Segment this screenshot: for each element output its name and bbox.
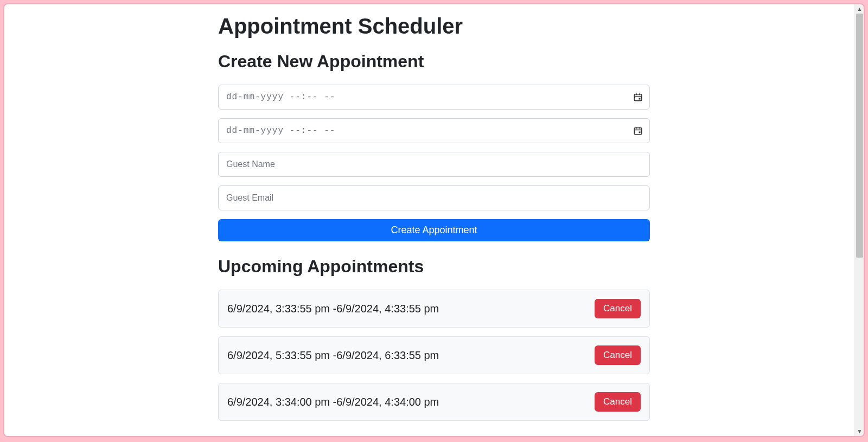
guest-email-group — [218, 185, 650, 210]
start-datetime-input[interactable] — [218, 85, 650, 110]
create-heading: Create New Appointment — [218, 52, 650, 72]
calendar-icon[interactable] — [633, 92, 643, 103]
main-container: Appointment Scheduler Create New Appoint… — [218, 4, 650, 434]
guest-name-group — [218, 152, 650, 177]
appointment-item: 6/9/2024, 3:34:00 pm -6/9/2024, 4:34:00 … — [218, 383, 650, 421]
appointment-list: 6/9/2024, 3:33:55 pm -6/9/2024, 4:33:55 … — [218, 290, 650, 421]
scroll-down-icon[interactable]: ▼ — [855, 427, 864, 436]
scrollbar[interactable]: ▲ ▼ — [854, 4, 864, 436]
upcoming-heading: Upcoming Appointments — [218, 257, 650, 277]
page-title: Appointment Scheduler — [218, 14, 650, 39]
appointment-range: 6/9/2024, 5:33:55 pm -6/9/2024, 6:33:55 … — [227, 349, 439, 362]
end-datetime-input[interactable] — [218, 118, 650, 143]
end-datetime-group — [218, 118, 650, 143]
cancel-button[interactable]: Cancel — [595, 299, 641, 318]
appointment-item: 6/9/2024, 5:33:55 pm -6/9/2024, 6:33:55 … — [218, 336, 650, 374]
cancel-button[interactable]: Cancel — [595, 392, 641, 412]
scroll-up-icon[interactable]: ▲ — [855, 4, 864, 14]
create-appointment-button[interactable]: Create Appointment — [218, 219, 650, 241]
appointment-item: 6/9/2024, 3:33:55 pm -6/9/2024, 4:33:55 … — [218, 290, 650, 328]
svg-rect-4 — [639, 98, 641, 100]
app-frame: Appointment Scheduler Create New Appoint… — [3, 3, 865, 437]
guest-email-input[interactable] — [218, 185, 650, 210]
svg-rect-9 — [639, 132, 641, 133]
svg-rect-0 — [634, 94, 642, 101]
guest-name-input[interactable] — [218, 152, 650, 177]
appointment-range: 6/9/2024, 3:33:55 pm -6/9/2024, 4:33:55 … — [227, 303, 439, 315]
start-datetime-group — [218, 85, 650, 110]
appointment-range: 6/9/2024, 3:34:00 pm -6/9/2024, 4:34:00 … — [227, 396, 439, 408]
calendar-icon[interactable] — [633, 125, 643, 136]
cancel-button[interactable]: Cancel — [595, 345, 641, 365]
svg-rect-5 — [634, 128, 642, 134]
scrollbar-thumb[interactable] — [856, 14, 863, 258]
